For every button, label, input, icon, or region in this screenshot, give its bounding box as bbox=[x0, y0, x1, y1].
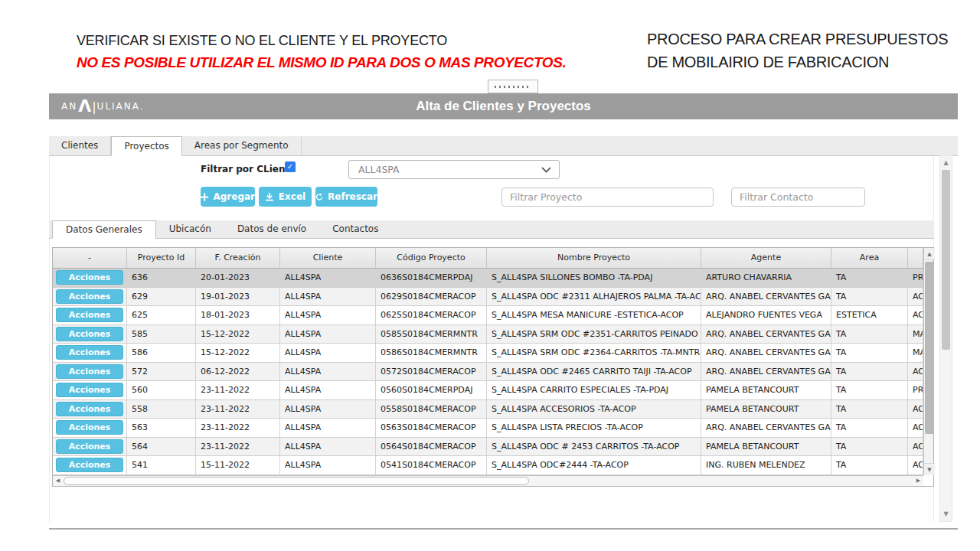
cell-fecha: 19-01-2023 bbox=[196, 288, 280, 307]
acciones-button[interactable]: Acciones bbox=[56, 364, 123, 379]
acciones-button[interactable]: Acciones bbox=[56, 420, 123, 435]
scroll-left-icon[interactable]: ◀ bbox=[53, 476, 63, 486]
main-tabs: ClientesProyectosAreas por Segmento bbox=[49, 136, 958, 156]
page-vertical-scrollbar[interactable]: ▲ ▼ bbox=[939, 155, 952, 522]
table-row[interactable]: Acciones56323-11-2022ALL4SPA0563S0184CME… bbox=[53, 419, 923, 438]
cell-cliente: ALL4SPA bbox=[280, 344, 376, 363]
excel-button[interactable]: Excel bbox=[259, 187, 312, 207]
cell-seg: MAN bbox=[908, 325, 923, 344]
subtab-ubicac-n[interactable]: Ubicacón bbox=[156, 220, 224, 238]
acciones-button[interactable]: Acciones bbox=[56, 439, 123, 454]
tab-proyectos[interactable]: Proyectos bbox=[111, 136, 181, 156]
table-row[interactable]: Acciones63620-01-2023ALL4SPA0636S0184CME… bbox=[53, 269, 923, 288]
acciones-button[interactable]: Acciones bbox=[56, 308, 123, 322]
table-row[interactable]: Acciones58615-12-2022ALL4SPA0586S0184CME… bbox=[53, 344, 923, 363]
table-row[interactable]: Acciones56423-11-2022ALL4SPA0564S0184CME… bbox=[53, 438, 923, 457]
annotation-no-posible: NO ES POSIBLE UTILIZAR EL MISMO ID PARA … bbox=[77, 51, 566, 73]
cell-codigo: 0636S0184CMERPDAJ bbox=[376, 269, 487, 288]
scroll-down-icon[interactable]: ▼ bbox=[924, 463, 935, 475]
refrescar-button[interactable]: Refrescar bbox=[315, 187, 377, 207]
client-select[interactable]: ALL4SPA bbox=[348, 160, 560, 179]
acciones-button[interactable]: Acciones bbox=[56, 383, 123, 397]
cell-id: 572 bbox=[127, 363, 196, 382]
table-row[interactable]: Acciones58515-12-2022ALL4SPA0585S0184CME… bbox=[53, 325, 923, 344]
col-header-c-digo-proyecto[interactable]: Código Proyecto bbox=[376, 248, 487, 268]
cell-seg: ACCI bbox=[908, 456, 923, 475]
tab-clientes[interactable]: Clientes bbox=[49, 136, 111, 155]
cell-acciones: Acciones bbox=[53, 344, 127, 363]
agregar-button[interactable]: Agregar bbox=[201, 187, 255, 207]
client-filter-checkbox[interactable]: ✓ bbox=[285, 161, 296, 172]
cell-area: ESTETICA bbox=[831, 306, 908, 325]
cell-cliente: ALL4SPA bbox=[280, 456, 376, 475]
cell-seg: ACCI bbox=[908, 288, 923, 307]
download-icon bbox=[265, 192, 274, 201]
acciones-button[interactable]: Acciones bbox=[56, 289, 123, 304]
subtab-datos-de-env-o[interactable]: Datos de envío bbox=[224, 220, 319, 238]
col-header-f-creaci-n[interactable]: F. Creación bbox=[196, 248, 280, 268]
col-header-proyecto-id[interactable]: Proyecto Id bbox=[127, 248, 196, 268]
table-row[interactable]: Acciones57206-12-2022ALL4SPA0572S0184CME… bbox=[53, 363, 923, 382]
cell-nombre: S_ALL4SPA SRM ODC #2364-CARRITOS -TA-MNT… bbox=[487, 344, 701, 363]
cell-nombre: S_ALL4SPA ODC # 2453 CARRITOS -TA-ACOP bbox=[487, 438, 701, 457]
cell-acciones: Acciones bbox=[53, 381, 127, 400]
acciones-button[interactable]: Acciones bbox=[56, 458, 123, 472]
table-row[interactable]: Acciones55823-11-2022ALL4SPA0558S0184CME… bbox=[53, 400, 923, 419]
acciones-button[interactable]: Acciones bbox=[56, 327, 123, 341]
scroll-right-icon[interactable]: ▶ bbox=[913, 476, 923, 486]
clipped-button[interactable] bbox=[488, 80, 538, 93]
col-header-col[interactable]: - bbox=[53, 248, 127, 268]
agregar-label: Agregar bbox=[213, 191, 255, 202]
filtrar-proyecto-input[interactable] bbox=[501, 187, 714, 207]
acciones-button[interactable]: Acciones bbox=[56, 345, 123, 360]
table-row[interactable]: Acciones56023-11-2022ALL4SPA0560S0184CME… bbox=[53, 381, 923, 400]
acciones-button[interactable]: Acciones bbox=[56, 270, 123, 285]
cell-fecha: 06-12-2022 bbox=[196, 363, 280, 382]
subtab-contactos[interactable]: Contactos bbox=[319, 220, 391, 238]
cell-codigo: 0629S0184CMERACOP bbox=[376, 288, 487, 307]
cell-codigo: 0563S0184CMERACOP bbox=[376, 419, 487, 438]
projects-grid: -Proyecto IdF. CreaciónClienteCódigo Pro… bbox=[52, 247, 934, 487]
acciones-button[interactable]: Acciones bbox=[56, 402, 123, 416]
page-vscroll-thumb[interactable] bbox=[942, 170, 950, 350]
grid-hscroll-thumb[interactable] bbox=[64, 477, 529, 485]
cell-acciones: Acciones bbox=[53, 456, 127, 475]
cell-seg: ACCI bbox=[908, 438, 923, 457]
bottom-divider bbox=[49, 528, 958, 530]
col-header-nombre-proyecto[interactable]: Nombre Proyecto bbox=[487, 248, 701, 268]
tab-areas-por-segmento[interactable]: Areas por Segmento bbox=[182, 136, 302, 155]
cell-id: 563 bbox=[127, 419, 196, 438]
table-row[interactable]: Acciones54115-11-2022ALL4SPA0541S0184CME… bbox=[53, 456, 923, 475]
grid-vertical-scrollbar[interactable]: ▲ ▼ bbox=[923, 248, 933, 475]
table-row[interactable]: Acciones62518-01-2023ALL4SPA0625S0184CME… bbox=[53, 306, 923, 325]
subtab-datos-generales[interactable]: Datos Generales bbox=[52, 220, 156, 239]
filtrar-contacto-input[interactable] bbox=[731, 187, 865, 207]
cell-agente: PAMELA BETANCOURT bbox=[701, 381, 831, 400]
cell-cliente: ALL4SPA bbox=[280, 306, 376, 325]
cell-codigo: 0585S0184CMERMNTR bbox=[376, 325, 487, 344]
cell-agente: ARQ. ANABEL CERVANTES GARRIDO bbox=[701, 419, 831, 438]
col-header-area[interactable]: Area bbox=[831, 248, 908, 268]
chevron-down-icon bbox=[541, 167, 551, 173]
refresh-icon bbox=[315, 192, 323, 202]
col-header-cut[interactable] bbox=[908, 248, 923, 268]
page-scroll-up-icon[interactable]: ▲ bbox=[940, 157, 952, 169]
cell-codigo: 0625S0184CMERACOP bbox=[376, 306, 487, 325]
col-header-agente[interactable]: Agente bbox=[701, 248, 831, 268]
table-row[interactable]: Acciones62919-01-2023ALL4SPA0629S0184CME… bbox=[53, 288, 923, 307]
col-header-cliente[interactable]: Cliente bbox=[280, 248, 376, 268]
scroll-up-icon[interactable]: ▲ bbox=[924, 248, 935, 260]
cell-seg: PROI bbox=[908, 269, 923, 288]
page-scroll-down-icon[interactable]: ▼ bbox=[940, 508, 952, 520]
page-title: Alta de Clientes y Proyectos bbox=[49, 93, 958, 119]
cell-seg: PROI bbox=[908, 381, 923, 400]
plus-icon bbox=[201, 193, 208, 201]
client-select-value: ALL4SPA bbox=[349, 164, 541, 175]
cell-codigo: 0560S0184CMERPDAJ bbox=[376, 381, 487, 400]
cell-fecha: 20-01-2023 bbox=[196, 269, 280, 288]
cell-cliente: ALL4SPA bbox=[280, 381, 376, 400]
grid-vscroll-thumb[interactable] bbox=[925, 262, 934, 434]
grid-horizontal-scrollbar[interactable]: ◀ ▶ bbox=[53, 475, 923, 486]
cell-nombre: S_ALL4SPA ODC#2444 -TA-ACOP bbox=[487, 456, 701, 475]
annotation-left: VERIFICAR SI EXISTE O NO EL CLIENTE Y EL… bbox=[77, 31, 566, 73]
